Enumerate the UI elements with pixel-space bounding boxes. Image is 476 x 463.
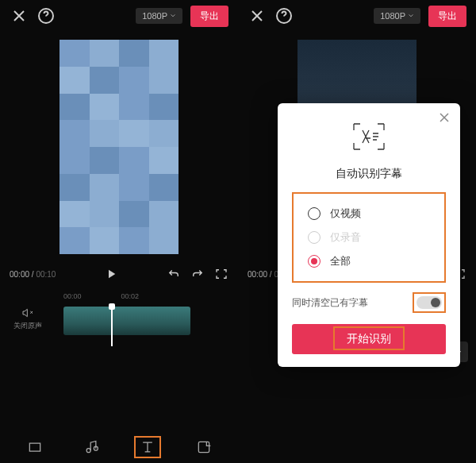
modal-title: 自动识别字幕 — [292, 167, 446, 181]
timeline[interactable]: 00:0000:02 关闭原声 — [0, 286, 238, 334]
help-icon[interactable] — [274, 6, 294, 25]
tool-audio[interactable] — [78, 436, 105, 458]
close-icon[interactable] — [248, 6, 267, 25]
play-button[interactable] — [104, 267, 118, 281]
close-icon[interactable] — [10, 6, 29, 25]
tool-sticker[interactable] — [190, 436, 217, 458]
source-radio-group: 仅视频 仅录音 全部 — [292, 192, 446, 283]
undo-button[interactable] — [167, 267, 181, 281]
svg-point-1 — [86, 449, 90, 453]
start-recognition-button[interactable]: 开始识别 — [292, 324, 446, 354]
resolution-label: 1080P — [380, 11, 405, 21]
resolution-button[interactable]: 1080P — [136, 8, 182, 24]
export-button[interactable]: 导出 — [428, 6, 466, 27]
ruler-mark: 00:02 — [121, 292, 140, 303]
video-preview[interactable] — [0, 32, 238, 262]
radio-label: 仅录音 — [330, 230, 361, 245]
tool-text[interactable] — [134, 436, 161, 458]
time-display: 00:00 / 00:10 — [10, 270, 56, 279]
redo-button[interactable] — [190, 267, 205, 281]
radio-audio-only: 仅录音 — [308, 226, 430, 249]
video-clip[interactable] — [63, 307, 190, 335]
svg-rect-3 — [198, 442, 209, 452]
ruler-mark: 00:00 — [63, 292, 82, 303]
fullscreen-button[interactable] — [214, 267, 228, 281]
radio-all[interactable]: 全部 — [308, 249, 430, 273]
modal-close-icon[interactable] — [438, 111, 451, 124]
subtitle-modal: 自动识别字幕 仅视频 仅录音 全部 同时清空已有字幕 开始识别 — [278, 103, 460, 367]
radio-label: 全部 — [330, 254, 351, 268]
subtitle-icon — [292, 119, 446, 157]
help-icon[interactable] — [36, 6, 56, 25]
tool-cut[interactable] — [21, 436, 48, 458]
mute-original-button[interactable]: 关闭原声 — [8, 307, 48, 331]
export-button[interactable]: 导出 — [190, 6, 228, 27]
mute-label: 关闭原声 — [8, 321, 48, 331]
clear-subtitles-toggle[interactable] — [416, 296, 442, 309]
resolution-button[interactable]: 1080P — [374, 8, 420, 24]
resolution-label: 1080P — [142, 11, 167, 21]
radio-label: 仅视频 — [330, 206, 361, 221]
playhead[interactable] — [111, 307, 113, 346]
clear-subtitles-label: 同时清空已有字幕 — [292, 296, 368, 310]
radio-video-only[interactable]: 仅视频 — [308, 202, 430, 226]
